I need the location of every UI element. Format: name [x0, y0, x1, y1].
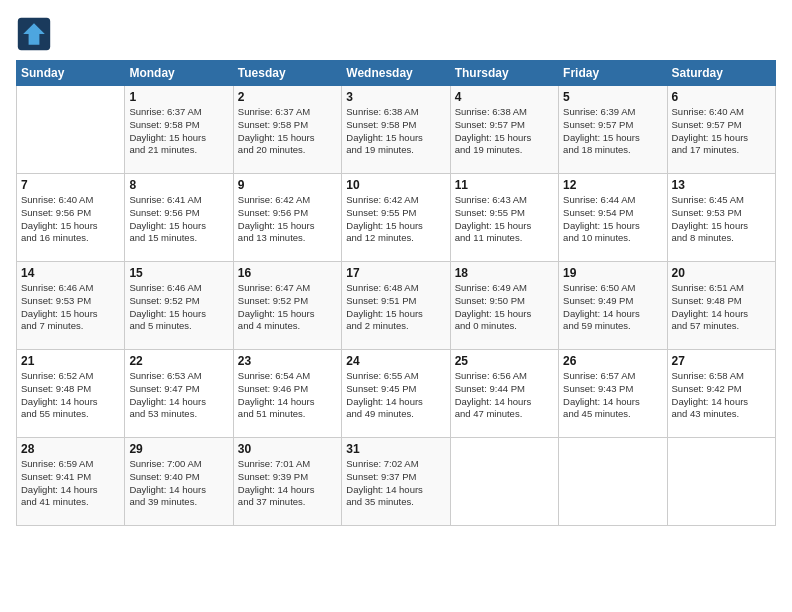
day-content: Sunrise: 6:45 AM Sunset: 9:53 PM Dayligh… [672, 194, 771, 245]
day-number: 30 [238, 442, 337, 456]
calendar-day-cell: 26Sunrise: 6:57 AM Sunset: 9:43 PM Dayli… [559, 350, 667, 438]
day-number: 14 [21, 266, 120, 280]
day-content: Sunrise: 6:41 AM Sunset: 9:56 PM Dayligh… [129, 194, 228, 245]
calendar-day-cell: 25Sunrise: 6:56 AM Sunset: 9:44 PM Dayli… [450, 350, 558, 438]
calendar-day-cell [667, 438, 775, 526]
calendar-week-row: 7Sunrise: 6:40 AM Sunset: 9:56 PM Daylig… [17, 174, 776, 262]
calendar-day-cell: 28Sunrise: 6:59 AM Sunset: 9:41 PM Dayli… [17, 438, 125, 526]
day-number: 11 [455, 178, 554, 192]
day-number: 27 [672, 354, 771, 368]
logo [16, 16, 56, 52]
day-content: Sunrise: 6:51 AM Sunset: 9:48 PM Dayligh… [672, 282, 771, 333]
day-content: Sunrise: 7:00 AM Sunset: 9:40 PM Dayligh… [129, 458, 228, 509]
calendar-day-cell: 21Sunrise: 6:52 AM Sunset: 9:48 PM Dayli… [17, 350, 125, 438]
calendar-day-cell: 15Sunrise: 6:46 AM Sunset: 9:52 PM Dayli… [125, 262, 233, 350]
calendar-day-cell: 9Sunrise: 6:42 AM Sunset: 9:56 PM Daylig… [233, 174, 341, 262]
day-content: Sunrise: 6:37 AM Sunset: 9:58 PM Dayligh… [238, 106, 337, 157]
calendar-day-cell: 31Sunrise: 7:02 AM Sunset: 9:37 PM Dayli… [342, 438, 450, 526]
day-number: 3 [346, 90, 445, 104]
calendar-day-cell [559, 438, 667, 526]
day-content: Sunrise: 6:40 AM Sunset: 9:57 PM Dayligh… [672, 106, 771, 157]
day-content: Sunrise: 6:43 AM Sunset: 9:55 PM Dayligh… [455, 194, 554, 245]
day-number: 15 [129, 266, 228, 280]
calendar-day-cell: 27Sunrise: 6:58 AM Sunset: 9:42 PM Dayli… [667, 350, 775, 438]
day-content: Sunrise: 6:50 AM Sunset: 9:49 PM Dayligh… [563, 282, 662, 333]
day-content: Sunrise: 6:38 AM Sunset: 9:57 PM Dayligh… [455, 106, 554, 157]
day-content: Sunrise: 6:38 AM Sunset: 9:58 PM Dayligh… [346, 106, 445, 157]
day-number: 29 [129, 442, 228, 456]
day-number: 5 [563, 90, 662, 104]
calendar-day-cell: 10Sunrise: 6:42 AM Sunset: 9:55 PM Dayli… [342, 174, 450, 262]
day-number: 13 [672, 178, 771, 192]
day-content: Sunrise: 6:39 AM Sunset: 9:57 PM Dayligh… [563, 106, 662, 157]
day-content: Sunrise: 6:58 AM Sunset: 9:42 PM Dayligh… [672, 370, 771, 421]
day-content: Sunrise: 6:57 AM Sunset: 9:43 PM Dayligh… [563, 370, 662, 421]
weekday-header-cell: Tuesday [233, 61, 341, 86]
day-number: 2 [238, 90, 337, 104]
weekday-header-cell: Wednesday [342, 61, 450, 86]
day-number: 4 [455, 90, 554, 104]
calendar-day-cell: 24Sunrise: 6:55 AM Sunset: 9:45 PM Dayli… [342, 350, 450, 438]
calendar-day-cell: 12Sunrise: 6:44 AM Sunset: 9:54 PM Dayli… [559, 174, 667, 262]
day-content: Sunrise: 6:59 AM Sunset: 9:41 PM Dayligh… [21, 458, 120, 509]
calendar-day-cell: 20Sunrise: 6:51 AM Sunset: 9:48 PM Dayli… [667, 262, 775, 350]
day-content: Sunrise: 6:46 AM Sunset: 9:52 PM Dayligh… [129, 282, 228, 333]
day-number: 6 [672, 90, 771, 104]
page-header [16, 16, 776, 52]
calendar-day-cell [450, 438, 558, 526]
day-content: Sunrise: 6:54 AM Sunset: 9:46 PM Dayligh… [238, 370, 337, 421]
calendar-week-row: 28Sunrise: 6:59 AM Sunset: 9:41 PM Dayli… [17, 438, 776, 526]
calendar-day-cell: 3Sunrise: 6:38 AM Sunset: 9:58 PM Daylig… [342, 86, 450, 174]
calendar-week-row: 14Sunrise: 6:46 AM Sunset: 9:53 PM Dayli… [17, 262, 776, 350]
calendar-body: 1Sunrise: 6:37 AM Sunset: 9:58 PM Daylig… [17, 86, 776, 526]
calendar-day-cell: 8Sunrise: 6:41 AM Sunset: 9:56 PM Daylig… [125, 174, 233, 262]
calendar-day-cell: 5Sunrise: 6:39 AM Sunset: 9:57 PM Daylig… [559, 86, 667, 174]
day-number: 8 [129, 178, 228, 192]
day-number: 31 [346, 442, 445, 456]
day-number: 20 [672, 266, 771, 280]
calendar-day-cell [17, 86, 125, 174]
calendar-day-cell: 30Sunrise: 7:01 AM Sunset: 9:39 PM Dayli… [233, 438, 341, 526]
day-number: 16 [238, 266, 337, 280]
calendar-day-cell: 17Sunrise: 6:48 AM Sunset: 9:51 PM Dayli… [342, 262, 450, 350]
day-number: 19 [563, 266, 662, 280]
day-number: 9 [238, 178, 337, 192]
calendar-week-row: 21Sunrise: 6:52 AM Sunset: 9:48 PM Dayli… [17, 350, 776, 438]
day-number: 7 [21, 178, 120, 192]
day-number: 28 [21, 442, 120, 456]
day-number: 26 [563, 354, 662, 368]
weekday-header-cell: Sunday [17, 61, 125, 86]
day-number: 22 [129, 354, 228, 368]
day-content: Sunrise: 6:37 AM Sunset: 9:58 PM Dayligh… [129, 106, 228, 157]
day-content: Sunrise: 6:47 AM Sunset: 9:52 PM Dayligh… [238, 282, 337, 333]
day-content: Sunrise: 6:42 AM Sunset: 9:55 PM Dayligh… [346, 194, 445, 245]
day-content: Sunrise: 6:40 AM Sunset: 9:56 PM Dayligh… [21, 194, 120, 245]
calendar-week-row: 1Sunrise: 6:37 AM Sunset: 9:58 PM Daylig… [17, 86, 776, 174]
calendar-day-cell: 22Sunrise: 6:53 AM Sunset: 9:47 PM Dayli… [125, 350, 233, 438]
logo-icon [16, 16, 52, 52]
day-content: Sunrise: 7:01 AM Sunset: 9:39 PM Dayligh… [238, 458, 337, 509]
day-number: 18 [455, 266, 554, 280]
weekday-header-row: SundayMondayTuesdayWednesdayThursdayFrid… [17, 61, 776, 86]
calendar-day-cell: 29Sunrise: 7:00 AM Sunset: 9:40 PM Dayli… [125, 438, 233, 526]
calendar-day-cell: 13Sunrise: 6:45 AM Sunset: 9:53 PM Dayli… [667, 174, 775, 262]
calendar-day-cell: 14Sunrise: 6:46 AM Sunset: 9:53 PM Dayli… [17, 262, 125, 350]
day-number: 17 [346, 266, 445, 280]
weekday-header-cell: Monday [125, 61, 233, 86]
day-number: 21 [21, 354, 120, 368]
day-number: 10 [346, 178, 445, 192]
day-content: Sunrise: 6:44 AM Sunset: 9:54 PM Dayligh… [563, 194, 662, 245]
day-content: Sunrise: 7:02 AM Sunset: 9:37 PM Dayligh… [346, 458, 445, 509]
calendar-day-cell: 4Sunrise: 6:38 AM Sunset: 9:57 PM Daylig… [450, 86, 558, 174]
calendar-day-cell: 1Sunrise: 6:37 AM Sunset: 9:58 PM Daylig… [125, 86, 233, 174]
calendar-day-cell: 19Sunrise: 6:50 AM Sunset: 9:49 PM Dayli… [559, 262, 667, 350]
calendar-day-cell: 6Sunrise: 6:40 AM Sunset: 9:57 PM Daylig… [667, 86, 775, 174]
day-content: Sunrise: 6:46 AM Sunset: 9:53 PM Dayligh… [21, 282, 120, 333]
calendar-day-cell: 11Sunrise: 6:43 AM Sunset: 9:55 PM Dayli… [450, 174, 558, 262]
calendar-day-cell: 18Sunrise: 6:49 AM Sunset: 9:50 PM Dayli… [450, 262, 558, 350]
weekday-header-cell: Thursday [450, 61, 558, 86]
weekday-header-cell: Friday [559, 61, 667, 86]
day-content: Sunrise: 6:49 AM Sunset: 9:50 PM Dayligh… [455, 282, 554, 333]
day-number: 25 [455, 354, 554, 368]
day-content: Sunrise: 6:56 AM Sunset: 9:44 PM Dayligh… [455, 370, 554, 421]
